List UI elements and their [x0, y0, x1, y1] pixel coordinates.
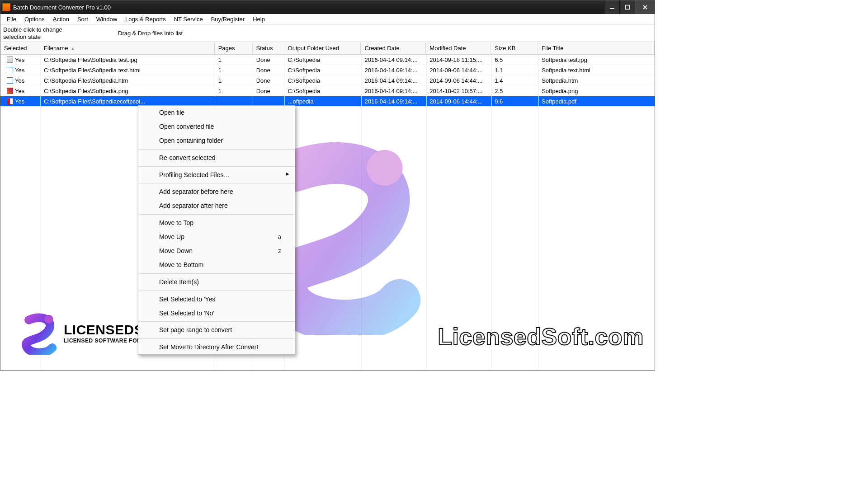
selected-value: Yes: [15, 88, 24, 94]
watermark-url: LicensedSoft.com: [438, 323, 644, 350]
ctx-re-convert-selected[interactable]: Re-convert selected: [138, 151, 295, 165]
ctx-move-down[interactable]: Move Downz: [138, 244, 295, 258]
ctx-open-file[interactable]: Open file: [138, 106, 295, 120]
cell-file-title: Softpedia.htm: [538, 76, 655, 85]
cell-created-date: 2016-04-14 09:14:...: [361, 97, 426, 106]
cell-modified-date: 2014-09-18 11:15:...: [426, 56, 491, 64]
minimize-icon: [609, 5, 615, 10]
cell-file-title: Softpedia.png: [538, 87, 655, 95]
maximize-button[interactable]: [619, 0, 635, 14]
ctx-set-page-range-to-convert[interactable]: Set page range to convert: [138, 323, 295, 337]
s-logo-icon: [16, 311, 59, 355]
table-row[interactable]: YesC:\Softpedia Files\Softpedia text.htm…: [0, 65, 655, 75]
menu-help[interactable]: Help: [249, 15, 269, 23]
hint-dragdrop: Drag & Drop files into list: [118, 30, 655, 37]
context-menu-separator: [138, 273, 295, 274]
cell-status: Done: [253, 87, 284, 95]
submenu-arrow-icon: ▶: [286, 171, 289, 177]
app-window: Batch Document Converter Pro v1.00 FileO…: [0, 0, 655, 371]
menu-nt-service[interactable]: NT Service: [170, 15, 207, 23]
cell-modified-date: 2014-10-02 10:57:...: [426, 87, 491, 95]
menu-buy-register[interactable]: Buy/Register: [208, 15, 248, 23]
svg-rect-1: [625, 5, 629, 9]
ctx-delete-item-s[interactable]: Delete Item(s): [138, 275, 295, 289]
cell-output-folder-used: C:\Softpedia: [284, 87, 361, 95]
cell-file-title: Softpedia.pdf: [538, 97, 655, 106]
hintbar: Double click to change selection state D…: [0, 25, 655, 42]
hint-dblclick: Double click to change selection state: [0, 25, 118, 41]
selected-value: Yes: [15, 67, 24, 74]
cell-pages: 1: [215, 76, 253, 85]
menu-logs-reports[interactable]: Logs & Reports: [122, 15, 170, 23]
menu-options[interactable]: Options: [21, 15, 48, 23]
cell-file-title: Softpedia text.html: [538, 66, 655, 75]
ctx-open-containing-folder[interactable]: Open containing folder: [138, 134, 295, 148]
menu-file[interactable]: File: [3, 15, 20, 23]
titlebar: Batch Document Converter Pro v1.00: [0, 0, 655, 14]
cell-selected: Yes: [0, 76, 40, 85]
ctx-add-separator-after-here[interactable]: Add separator after here: [138, 199, 295, 213]
column-header-size-kb[interactable]: Size KB: [491, 42, 538, 54]
column-header-pages[interactable]: Pages: [215, 42, 253, 54]
table-row[interactable]: YesC:\Softpedia Files\Softpedia.png1Done…: [0, 86, 655, 96]
cell-size-kb: 6.5: [491, 56, 538, 64]
shortcut-label: z: [278, 247, 281, 255]
file-type-icon: [7, 56, 13, 63]
cell-modified-date: 2014-09-06 14:44:...: [426, 97, 491, 106]
column-header-filename[interactable]: Filename▲: [40, 42, 215, 54]
ctx-set-selected-to-no[interactable]: Set Selected to 'No': [138, 306, 295, 320]
file-type-icon: [7, 77, 13, 84]
cell-filename: C:\Softpedia Files\Softpedia.png: [40, 87, 215, 95]
cell-filename: C:\Softpedia Files\Softpedia text.html: [40, 66, 215, 75]
ctx-add-separator-before-here[interactable]: Add separator before here: [138, 185, 295, 199]
ctx-open-converted-file[interactable]: Open converted file: [138, 120, 295, 134]
column-header-selected[interactable]: Selected: [0, 42, 40, 54]
menu-sort[interactable]: Sort: [74, 15, 92, 23]
file-type-icon: [7, 88, 13, 94]
menu-window[interactable]: Window: [93, 15, 121, 23]
table-header: SelectedFilename▲PagesStatusOutput Folde…: [0, 42, 655, 55]
cell-selected: Yes: [0, 66, 40, 75]
menu-action[interactable]: Action: [49, 15, 73, 23]
window-buttons: [604, 0, 655, 14]
cell-size-kb: 2.5: [491, 87, 538, 95]
cell-size-kb: 1.1: [491, 66, 538, 75]
ctx-profiling-selected-files[interactable]: Profiling Selected Files…▶: [138, 168, 295, 182]
ctx-set-moveto-directory-after-convert[interactable]: Set MoveTo Directory After Convert: [138, 340, 295, 354]
cell-created-date: 2016-04-14 09:14:...: [361, 56, 426, 64]
minimize-button[interactable]: [604, 0, 619, 14]
cell-pages: 1: [215, 87, 253, 95]
hint-line1: Double click to change: [3, 26, 115, 33]
column-header-modified-date[interactable]: Modified Date: [426, 42, 491, 54]
cell-file-title: Softpedia test.jpg: [538, 56, 655, 64]
cell-filename: C:\Softpedia Files\Softpedia test.jpg: [40, 56, 215, 64]
cell-output-folder-used: C:\Softpedia: [284, 76, 361, 85]
selected-value: Yes: [15, 56, 24, 63]
cell-filename: C:\Softpedia Files\Softpedia.htm: [40, 76, 215, 85]
table-row[interactable]: YesC:\Softpedia Files\Softpedia.htm1Done…: [0, 75, 655, 86]
table-row[interactable]: YesC:\Softpedia Files\Softpediaecoftpcol…: [0, 96, 655, 107]
column-header-file-title[interactable]: File Title: [538, 42, 655, 54]
table-row[interactable]: YesC:\Softpedia Files\Softpedia test.jpg…: [0, 55, 655, 65]
ctx-set-selected-to-yes[interactable]: Set Selected to 'Yes': [138, 292, 295, 306]
cell-output-folder-used: C:\Softpedia: [284, 66, 361, 75]
cell-output-folder-used: C:\Softpedia: [284, 56, 361, 64]
cell-pages: 1: [215, 66, 253, 75]
cell-created-date: 2016-04-14 09:14:...: [361, 66, 426, 75]
file-type-icon: [7, 67, 13, 73]
cell-output-folder-used: ...oftpedia: [284, 97, 361, 106]
cell-pages: 1: [215, 56, 253, 64]
context-menu: Open fileOpen converted fileOpen contain…: [138, 105, 295, 355]
column-header-output-folder-used[interactable]: Output Folder Used: [284, 42, 361, 54]
cell-selected: Yes: [0, 87, 40, 95]
close-button[interactable]: [635, 0, 655, 14]
ctx-move-to-bottom[interactable]: Move to Bottom: [138, 258, 295, 272]
ctx-move-up[interactable]: Move Upa: [138, 230, 295, 244]
column-header-status[interactable]: Status: [253, 42, 284, 54]
ctx-move-to-top[interactable]: Move to Top: [138, 216, 295, 230]
cell-filename: C:\Softpedia Files\Softpediaecoftpcol...: [40, 97, 215, 106]
cell-pages: [215, 100, 253, 102]
close-icon: [642, 5, 648, 10]
cell-created-date: 2016-04-14 09:14:...: [361, 87, 426, 95]
column-header-created-date[interactable]: Created Date: [361, 42, 426, 54]
